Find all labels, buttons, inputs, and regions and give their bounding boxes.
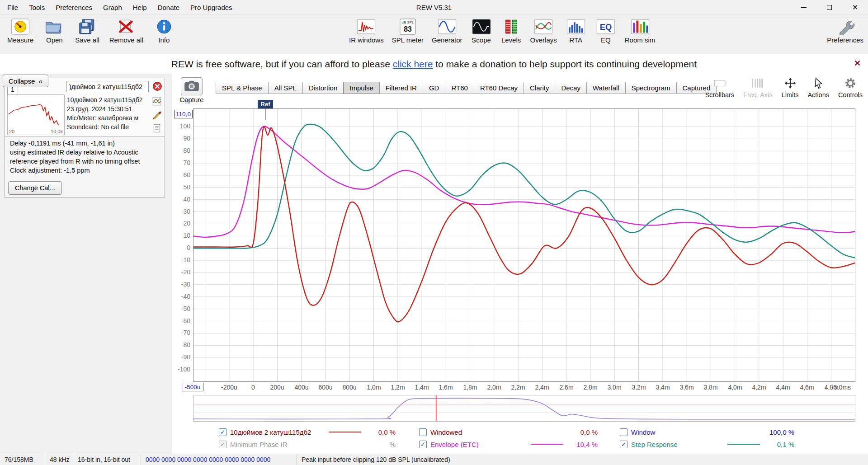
svg-text:dB SPL: dB SPL [401,20,414,24]
y-tick-label: 30 [183,208,190,215]
graph-control-actions[interactable]: Actions [807,77,829,99]
tab-all-spl[interactable]: All SPL [268,82,303,94]
tab-spectrogram[interactable]: Spectrogram [625,82,677,94]
toolbar-ir-windows-button[interactable]: IR windows [349,18,384,44]
toolbar-save-all-label: Save all [75,36,99,44]
plot-legend: ✓10дюймов 2 катуш115дб20,0 %Windowed0,0 … [193,427,855,452]
freq-axis-icon [750,77,765,90]
tab-spl-phase[interactable]: SPL & Phase [216,82,269,94]
donation-banner: REW is free software, but if you can aff… [0,54,868,74]
menu-pro-upgrades[interactable]: Pro Upgrades [185,0,238,15]
menu-tools[interactable]: Tools [24,0,50,15]
tab-distortion[interactable]: Distortion [302,82,344,94]
x-axis-min-box[interactable]: -500u [182,383,203,391]
legend-line-impulse-measurement [329,432,361,432]
levels-icon [501,18,521,35]
toolbar-room-sim-button[interactable]: Room sim [625,18,656,44]
generator-icon [437,18,457,35]
scrollbars-icon [712,77,727,90]
menu-preferences[interactable]: Preferences [50,0,98,15]
menu-donate[interactable]: Donate [152,0,185,15]
impulse-plot[interactable] [193,108,855,382]
legend-checkbox-envelope-etc[interactable]: ✓ [419,441,427,448]
thumbnail-curve-icon [8,95,64,128]
change-cal-button[interactable]: Change Cal... [8,181,62,195]
tab-impulse[interactable]: Impulse [343,82,380,94]
measurement-delete-button[interactable] [152,81,163,92]
thumbnail-freq-min: 20 [9,129,14,134]
legend-item-impulse-measurement: ✓10дюймов 2 катуш115дб20,0 % [219,427,396,437]
legend-checkbox-windowed[interactable] [419,428,427,436]
tab-rt60-decay[interactable]: RT60 Decay [474,82,524,94]
measurement-info-line: using estimated IR delay relative to Aco… [10,148,162,157]
toolbar-save-all-button[interactable]: Save all [75,18,99,44]
status-bar: 76/158MB48 kHz16-bit in, 16-bit out0000 … [0,454,868,465]
legend-item-envelope-etc: ✓Envelope (ETC)10,4 % [419,439,598,450]
measurement-title: 10дюймов 2 катуш115дб2 [67,96,150,103]
legend-checkbox-impulse-measurement[interactable]: ✓ [219,428,226,436]
tab-clarity[interactable]: Clarity [524,82,556,94]
menu-help[interactable]: Help [127,0,152,15]
tab-gd[interactable]: GD [423,82,446,94]
toolbar-measure-button[interactable]: Measure [7,18,33,44]
toolbar-spl-meter-button[interactable]: dB SPL83SPL meter [392,18,424,44]
status-sample-rate: 48 kHz [45,454,73,465]
x-axis-ticks: -200u0200u400u600u800u1,0m1,2m1,4m1,6m1,… [193,384,855,392]
toolbar-generator-label: Generator [432,36,462,44]
maximize-button[interactable] [816,0,842,15]
legend-checkbox-minimum-phase-ir[interactable]: ✓ [219,441,226,448]
banner-close-icon[interactable]: ✕ [854,58,861,68]
thumbnail-freq-max: 10,0k [51,129,63,134]
ref-marker[interactable]: Ref [258,100,273,108]
graph-control-limits[interactable]: Limits [782,77,799,99]
graph-control-limits-label: Limits [782,91,799,99]
pencil-icon[interactable] [152,111,162,121]
y-tick-label: -70 [181,329,190,336]
legend-checkbox-step-response[interactable]: ✓ [620,441,627,448]
legend-checkbox-window[interactable] [620,428,627,436]
tab-waterfall[interactable]: Waterfall [586,82,626,94]
save-all-icon [77,18,97,35]
y-tick-label: 70 [183,159,190,166]
y-tick-label: -80 [181,341,190,348]
banner-text-after: to make a donation to help support its c… [433,59,697,69]
toolbar-info-label: Info [158,36,170,44]
tab-rt60[interactable]: RT60 [445,82,474,94]
toolbar-overlays-button[interactable]: Overlays [530,18,557,44]
graph-tabs: SPL & PhaseAll SPLDistortionImpulseFilte… [216,82,717,94]
graph-control-scrollbars[interactable]: Scrollbars [705,77,734,99]
legend-value-envelope-etc: 10,4 % [570,441,598,448]
notes-icon[interactable] [152,123,162,133]
menu-file[interactable]: File [2,0,24,15]
toolbar-levels-button[interactable]: Levels [500,18,522,44]
legend-line-envelope-etc [531,444,563,445]
toolbar-generator-button[interactable]: Generator [432,18,462,44]
toolbar-info-button[interactable]: Info [153,18,175,44]
scope-icon [472,18,491,35]
toolbar-scope-button[interactable]: Scope [471,18,492,44]
graph-control-controls[interactable]: Controls [838,77,863,99]
y-tick-label: -90 [181,353,190,361]
overlays-icon [533,18,553,35]
measurement-name-input[interactable] [66,81,149,92]
overview-strip[interactable] [193,395,855,422]
minimize-button[interactable] [791,0,816,15]
toolbar-remove-all-button[interactable]: Remove all [109,18,143,44]
toolbar-eq-button[interactable]: EQEQ [595,18,617,44]
room-sim-icon [630,18,650,35]
svg-text:83: 83 [404,25,412,33]
menu-graph[interactable]: Graph [98,0,127,15]
toolbar-open-button[interactable]: Open [43,18,65,44]
tab-filtered-ir[interactable]: Filtered IR [379,82,423,94]
actions-icon [811,77,826,90]
tab-decay[interactable]: Decay [555,82,587,94]
mini-chart-icon[interactable] [152,96,162,106]
measurement-thumbnail[interactable]: 20 10,0k [7,94,65,135]
graph-controls: ScrollbarsFreq. AxisLimitsActionsControl… [705,77,863,99]
close-button[interactable]: ✕ [842,0,868,15]
toolbar-preferences-button[interactable]: Preferences [827,18,863,44]
toolbar-rta-button[interactable]: RTA [565,18,587,44]
svg-text:EQ: EQ [600,22,612,32]
donation-link[interactable]: click here [393,59,433,69]
collapse-button[interactable]: Collapse « [3,75,48,87]
